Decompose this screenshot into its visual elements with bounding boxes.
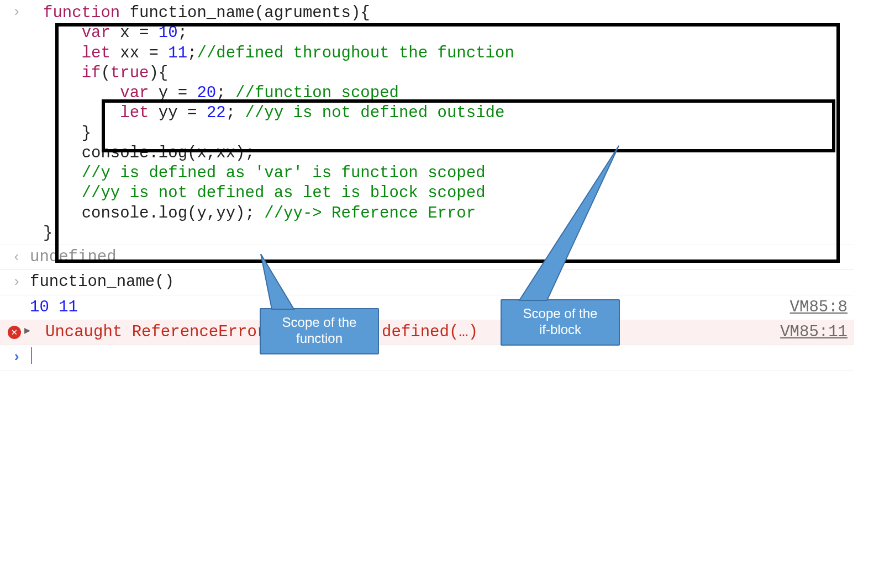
- input-prompt-icon: [7, 273, 27, 292]
- callout-text: Scope of the if-block: [523, 306, 598, 337]
- keyword-var: var: [82, 24, 110, 42]
- text-cursor: [31, 347, 31, 364]
- console-log-row: 10 11 VM85:8: [0, 295, 854, 320]
- callout-text: Scope of the function: [282, 315, 357, 346]
- console-input-row[interactable]: function_name(): [0, 270, 854, 295]
- code-block: function function_name(agruments){ var x…: [30, 3, 854, 243]
- keyword-function: function: [43, 4, 120, 22]
- source-link[interactable]: VM85:8: [790, 298, 848, 317]
- input-prompt-icon: [7, 3, 27, 22]
- svg-marker-0: [261, 254, 294, 309]
- expand-triangle-icon[interactable]: ▶: [24, 325, 30, 337]
- svg-marker-1: [519, 146, 619, 300]
- console-prompt-row[interactable]: [0, 345, 854, 370]
- keyword-let: let: [120, 104, 149, 122]
- code-call: function_name(): [30, 273, 174, 291]
- keyword-if: if: [82, 64, 101, 82]
- output-arrow-icon: [7, 248, 27, 267]
- keyword-var: var: [120, 84, 149, 102]
- console-input-row[interactable]: function function_name(agruments){ var x…: [0, 0, 854, 245]
- source-link[interactable]: VM85:11: [780, 322, 848, 342]
- if-block-scope-callout: Scope of the if-block: [501, 299, 620, 346]
- undefined-output: undefined: [30, 248, 117, 266]
- console-output-row: undefined: [0, 245, 854, 270]
- function-scope-callout: Scope of the function: [260, 308, 379, 354]
- error-icon: ✕: [8, 326, 21, 339]
- console-error-row: ✕ ▶ Uncaught ReferenceError: yy is not d…: [0, 320, 854, 345]
- keyword-let: let: [82, 44, 110, 62]
- log-values: 10 11: [30, 298, 78, 316]
- devtools-console: function function_name(agruments){ var x…: [0, 0, 854, 382]
- prompt-icon: [7, 348, 27, 367]
